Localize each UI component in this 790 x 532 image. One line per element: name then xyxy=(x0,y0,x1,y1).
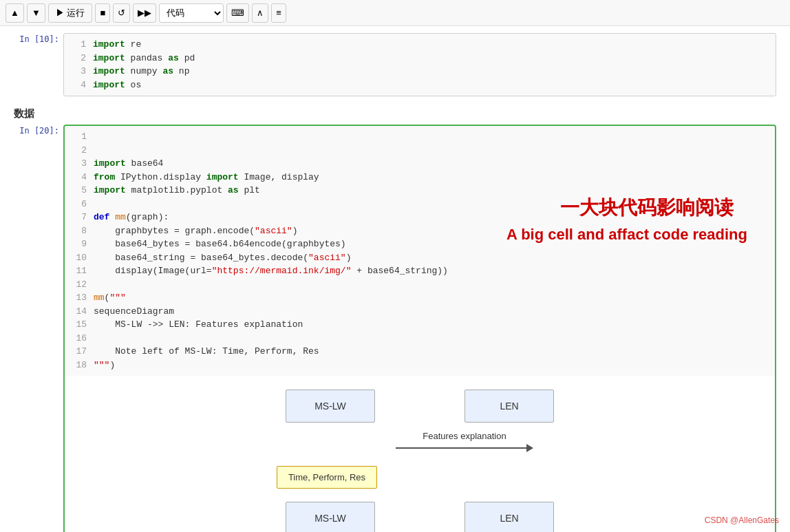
line-num: 1 xyxy=(71,38,86,52)
line-code xyxy=(94,332,768,345)
line-num: 12 xyxy=(72,278,87,292)
note-box: Time, Perform, Res xyxy=(277,466,377,489)
line-code xyxy=(94,130,768,144)
diagram-area: MS-LW LEN Features explanation Tim xyxy=(65,376,775,532)
move-up-button[interactable]: ▲ xyxy=(6,3,24,23)
line-code: mm(""" xyxy=(94,291,768,305)
up-icon-button[interactable]: ∧ xyxy=(252,3,268,23)
restart-button[interactable]: ↺ xyxy=(113,3,130,23)
arrow-line xyxy=(396,444,533,452)
line-code xyxy=(94,144,768,158)
code-line: 6 xyxy=(72,198,768,211)
code-line: 16 xyxy=(72,332,768,345)
arrow-container: Features explanation xyxy=(396,431,533,452)
line-code: sequenceDiagram xyxy=(94,305,768,319)
diagram-top-row: MS-LW LEN xyxy=(65,390,775,423)
run-button[interactable]: ▶ 运行 xyxy=(48,3,93,23)
line-num: 10 xyxy=(72,251,87,265)
toolbar: ▲ ▼ ▶ 运行 ■ ↺ ▶▶ 代码 Markdown Raw ⌨ ∧ ≡ xyxy=(0,0,790,26)
code-line: 9 base64_bytes = base64.b64encode(graphb… xyxy=(72,237,768,251)
line-num: 4 xyxy=(72,171,87,184)
cell-1-label: In [10]: xyxy=(14,33,63,44)
line-code: import os xyxy=(93,78,769,92)
line-num: 14 xyxy=(72,305,87,319)
line-num: 3 xyxy=(71,65,86,78)
line-num: 15 xyxy=(72,318,87,332)
stop-button[interactable]: ■ xyxy=(95,3,110,23)
line-num: 4 xyxy=(71,78,86,92)
code-line: 1 xyxy=(72,130,768,144)
line-code xyxy=(94,278,768,292)
arrow-head xyxy=(526,444,533,452)
diagram-bottom-row: MS-LW LEN xyxy=(65,502,775,532)
watermark: CSDN @AllenGates xyxy=(705,515,779,525)
cell-type-select[interactable]: 代码 Markdown Raw xyxy=(159,3,224,23)
line-code: import numpy as np xyxy=(93,65,769,78)
code-line: 5 import matplotlib.pyplot as plt xyxy=(72,184,768,198)
line-code: graphbytes = graph.encode("ascii") xyxy=(94,224,768,238)
arrow-label: Features explanation xyxy=(423,431,506,441)
forward-button[interactable]: ▶▶ xyxy=(133,3,156,23)
line-code: display(Image(url="https://mermaid.ink/i… xyxy=(94,264,768,278)
code-line: 15 MS-LW ->> LEN: Features explanation xyxy=(72,318,768,332)
line-code: import pandas as pd xyxy=(93,52,769,65)
code-line: 10 base64_string = base64_bytes.decode("… xyxy=(72,251,768,265)
line-num: 13 xyxy=(72,291,87,305)
line-code: base64_string = base64_bytes.decode("asc… xyxy=(94,251,768,265)
code-line: 3 import numpy as np xyxy=(71,65,769,78)
cell-2-big[interactable]: 1 2 3 import base64 4 from IPython.displ… xyxy=(63,125,776,532)
diagram-box-len-bottom: LEN xyxy=(465,502,554,532)
code-line: 17 Note left of MS-LW: Time, Perform, Re… xyxy=(72,345,768,359)
line-code: """) xyxy=(94,359,768,372)
code-line: 1 import re xyxy=(71,38,769,52)
cell-1-wrapper: In [10]: 1 import re 2 import pandas as … xyxy=(14,33,776,96)
line-num: 8 xyxy=(72,224,87,238)
line-num: 2 xyxy=(71,52,86,65)
line-num: 9 xyxy=(72,237,87,251)
line-code: def mm(graph): xyxy=(94,211,768,224)
code-line: 12 xyxy=(72,278,768,292)
cell-2-wrapper: In [20]: 1 2 3 import base64 4 from IPyt xyxy=(14,125,776,532)
line-num: 18 xyxy=(72,359,87,372)
line-num: 2 xyxy=(72,144,87,158)
line-code: import re xyxy=(93,38,769,52)
line-num: 16 xyxy=(72,332,87,345)
line-num: 5 xyxy=(72,184,87,198)
line-num: 7 xyxy=(72,211,87,224)
code-line: 2 import pandas as pd xyxy=(71,52,769,65)
code-line: 11 display(Image(url="https://mermaid.in… xyxy=(72,264,768,278)
cell-1-code[interactable]: 1 import re 2 import pandas as pd 3 impo… xyxy=(63,33,776,96)
cell-2-label: In [20]: xyxy=(14,125,63,136)
code-line: 8 graphbytes = graph.encode("ascii") xyxy=(72,224,768,238)
diagram-box-mslw-top: MS-LW xyxy=(286,390,375,423)
line-code: MS-LW ->> LEN: Features explanation xyxy=(94,318,768,332)
section-label: 数据 xyxy=(14,102,776,125)
move-down-button[interactable]: ▼ xyxy=(27,3,45,23)
line-code: import base64 xyxy=(94,157,768,171)
arrow-row: Features explanation xyxy=(65,431,775,452)
code-line: 14 sequenceDiagram xyxy=(72,305,768,319)
line-code: import matplotlib.pyplot as plt xyxy=(94,184,768,198)
menu-button[interactable]: ≡ xyxy=(271,3,286,23)
code-line: 7 def mm(graph): xyxy=(72,211,768,224)
note-row: Time, Perform, Res xyxy=(65,460,775,493)
diagram-box-mslw-bottom: MS-LW xyxy=(286,502,375,532)
line-num: 1 xyxy=(72,130,87,144)
line-code xyxy=(94,198,768,211)
line-code: Note left of MS-LW: Time, Perform, Res xyxy=(94,345,768,359)
line-num: 17 xyxy=(72,345,87,359)
arrow-shaft xyxy=(396,447,526,449)
keyboard-button[interactable]: ⌨ xyxy=(226,3,249,23)
diagram-box-len-top: LEN xyxy=(465,390,554,423)
code-line: 18 """) xyxy=(72,359,768,372)
cell-2-code: 1 2 3 import base64 4 from IPython.displ… xyxy=(65,126,775,376)
line-num: 6 xyxy=(72,198,87,211)
code-line: 4 from IPython.display import Image, dis… xyxy=(72,171,768,184)
line-code: from IPython.display import Image, displ… xyxy=(94,171,768,184)
line-num: 11 xyxy=(72,264,87,278)
code-line: 3 import base64 xyxy=(72,157,768,171)
code-line: 4 import os xyxy=(71,78,769,92)
line-code: base64_bytes = base64.b64encode(graphbyt… xyxy=(94,237,768,251)
notebook: In [10]: 1 import re 2 import pandas as … xyxy=(0,26,790,532)
code-line: 2 xyxy=(72,144,768,158)
